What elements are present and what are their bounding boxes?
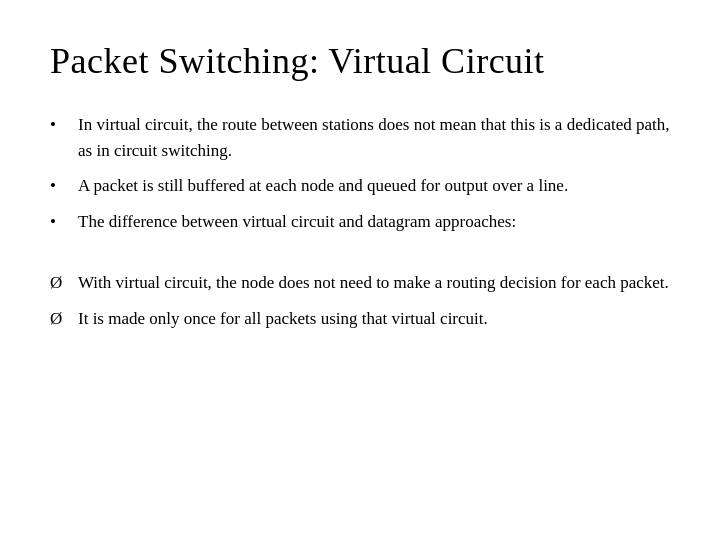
arrow-marker-1: Ø [50, 270, 78, 296]
bullet-text-3: The difference between virtual circuit a… [78, 209, 670, 235]
list-item: • In virtual circuit, the route between … [50, 112, 670, 163]
bullet-marker-1: • [50, 112, 78, 138]
arrow-section: Ø With virtual circuit, the node does no… [50, 270, 670, 341]
bullet-text-1: In virtual circuit, the route between st… [78, 112, 670, 163]
slide-content: • In virtual circuit, the route between … [50, 112, 670, 500]
slide: Packet Switching: Virtual Circuit • In v… [0, 0, 720, 540]
bullet-marker-2: • [50, 173, 78, 199]
bullet-text-2: A packet is still buffered at each node … [78, 173, 670, 199]
arrow-marker-2: Ø [50, 306, 78, 332]
slide-title: Packet Switching: Virtual Circuit [50, 40, 670, 82]
arrow-text-1: With virtual circuit, the node does not … [78, 270, 670, 296]
list-item: Ø With virtual circuit, the node does no… [50, 270, 670, 296]
bullet-marker-3: • [50, 209, 78, 235]
arrow-text-2: It is made only once for all packets usi… [78, 306, 670, 332]
bullet-section: • In virtual circuit, the route between … [50, 112, 670, 244]
list-item: • The difference between virtual circuit… [50, 209, 670, 235]
list-item: • A packet is still buffered at each nod… [50, 173, 670, 199]
list-item: Ø It is made only once for all packets u… [50, 306, 670, 332]
